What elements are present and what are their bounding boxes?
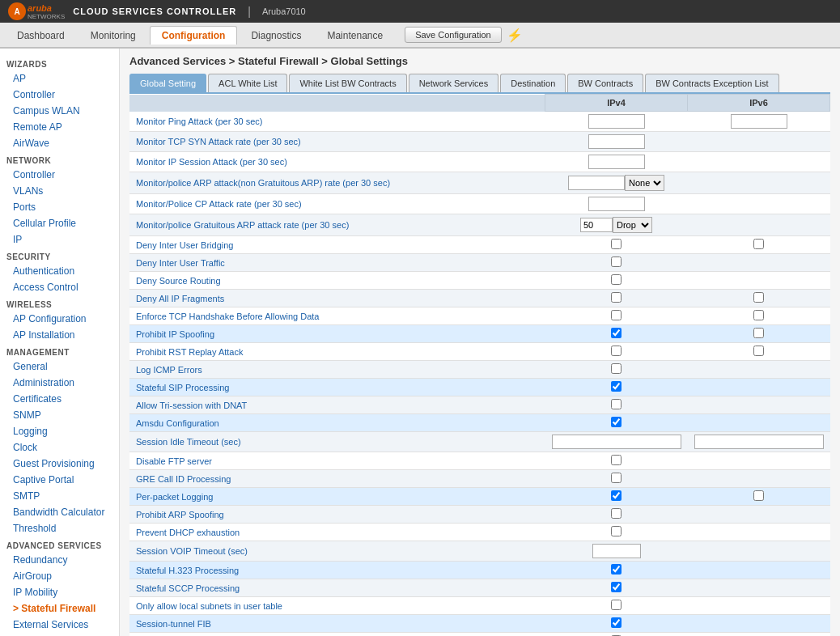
row-ipv4-value[interactable] [545,361,688,379]
sidebar-item-smtp[interactable]: SMTP [0,488,119,504]
row-ipv4-value[interactable] [545,307,688,325]
ipv6-checkbox[interactable] [753,310,764,320]
ipv4-checkbox[interactable] [611,473,622,483]
ipv4-checkbox[interactable] [611,381,622,392]
sidebar-item-network-controller[interactable]: Controller [0,167,119,183]
ipv4-checkbox[interactable] [611,617,622,628]
sidebar-item-redundancy[interactable]: Redundancy [0,552,119,568]
row-ipv4-value[interactable] [545,236,688,254]
row-ipv6-value[interactable] [688,579,830,597]
row-ipv4-value[interactable]: DropLogNone [545,214,688,236]
sidebar-item-ap-configuration[interactable]: AP Configuration [0,311,119,327]
sidebar-item-general[interactable]: General [0,358,119,375]
row-ipv6-value[interactable] [688,470,830,488]
row-ipv6-value[interactable] [688,194,830,214]
row-ipv4-value[interactable] [545,290,688,307]
tab-configuration[interactable]: Configuration [150,26,238,45]
ipv4-checkbox[interactable] [611,455,622,465]
tab-monitoring[interactable]: Monitoring [78,26,148,45]
row-ipv4-value[interactable] [545,524,688,541]
row-ipv6-value[interactable] [688,414,830,432]
ipv4-checkbox[interactable] [611,328,622,338]
ipv4-checkbox[interactable] [611,274,622,285]
ipv4-input[interactable] [588,155,645,169]
row-ipv6-value[interactable] [688,325,830,343]
row-ipv4-value[interactable] [545,152,688,172]
row-ipv6-value[interactable] [688,562,830,579]
ipv6-input[interactable] [731,114,787,129]
save-configuration-button[interactable]: Save Configuration [405,27,502,43]
ipv6-checkbox[interactable] [753,239,764,249]
sidebar-item-ip[interactable]: IP [0,231,119,248]
row-ipv4-value[interactable] [545,541,688,562]
row-ipv4-value[interactable] [545,254,688,272]
sidebar-item-ap-installation[interactable]: AP Installation [0,327,119,343]
ipv4-checkbox[interactable] [611,600,622,610]
row-ipv4-value[interactable] [545,396,688,414]
row-ipv6-value[interactable] [688,214,830,236]
row-ipv4-value[interactable] [545,325,688,343]
row-ipv4-value[interactable] [545,414,688,432]
sidebar-item-ap[interactable]: AP [0,70,119,87]
session-timeout-ipv6-input[interactable] [694,435,824,449]
row-ipv6-value[interactable] [688,361,830,379]
row-ipv6-value[interactable] [688,452,830,470]
tab-maintenance[interactable]: Maintenance [315,26,395,45]
sidebar-item-clock[interactable]: Clock [0,439,119,456]
ipv4-input[interactable] [588,134,645,149]
tab-bw-contracts-exception-list[interactable]: BW Contracts Exception List [645,74,778,92]
tab-network-services[interactable]: Network Services [409,74,499,92]
ipv4-input[interactable] [588,197,645,211]
row-ipv6-value[interactable] [688,343,830,361]
tab-white-list-bw-contracts[interactable]: White List BW Contracts [289,74,406,92]
row-ipv4-value[interactable] [545,597,688,615]
ipv4-checkbox[interactable] [611,564,622,575]
row-ipv6-value[interactable] [688,290,830,307]
ipv4-input[interactable] [568,176,625,190]
sidebar-item-vpn-services[interactable]: VPN Services [0,633,119,636]
row-ipv6-value[interactable] [688,432,830,452]
row-ipv4-value[interactable] [545,579,688,597]
row-ipv6-value[interactable] [688,307,830,325]
row-ipv4-value[interactable] [545,633,688,637]
action-select[interactable]: NoneDropLog [625,175,664,191]
ipv4-checkbox[interactable] [611,490,622,501]
row-ipv6-value[interactable] [688,254,830,272]
sidebar-item-remote-ap[interactable]: Remote AP [0,119,119,135]
row-ipv6-value[interactable] [688,152,830,172]
sidebar-item-access-control[interactable]: Access Control [0,279,119,295]
row-ipv4-value[interactable] [545,506,688,524]
tab-dashboard[interactable]: Dashboard [5,26,77,45]
ipv4-checkbox[interactable] [611,310,622,320]
voip-timeout-input[interactable] [592,544,641,558]
action-select[interactable]: DropLogNone [613,217,652,233]
ipv4-checkbox[interactable] [611,346,622,356]
ipv4-checkbox[interactable] [611,508,622,519]
row-ipv4-value[interactable]: NoneDropLog [545,172,688,194]
row-ipv4-value[interactable] [545,562,688,579]
sidebar-item-administration[interactable]: Administration [0,375,119,391]
sidebar-item-logging[interactable]: Logging [0,423,119,439]
row-ipv4-value[interactable] [545,112,688,132]
ipv6-checkbox[interactable] [753,490,764,501]
ipv4-input[interactable] [588,114,645,129]
ipv4-checkbox[interactable] [611,257,622,267]
sidebar-item-snmp[interactable]: SNMP [0,407,119,423]
sidebar-item-threshold[interactable]: Threshold [0,520,119,536]
row-ipv6-value[interactable] [688,615,830,633]
sidebar-item-vlans[interactable]: VLANs [0,183,119,199]
ipv4-checkbox[interactable] [611,239,622,249]
row-ipv6-value[interactable] [688,506,830,524]
row-ipv4-value[interactable] [545,343,688,361]
row-ipv4-value[interactable] [545,194,688,214]
row-ipv4-value[interactable] [545,615,688,633]
sidebar-item-external-services[interactable]: External Services [0,617,119,633]
session-timeout-ipv4-input[interactable] [552,435,681,449]
ipv4-checkbox[interactable] [611,399,622,409]
ipv4-input[interactable] [580,218,613,232]
ipv4-checkbox[interactable] [611,526,622,536]
tab-acl-white-list[interactable]: ACL White List [208,74,287,92]
sidebar-item-bandwidth-calculator[interactable]: Bandwidth Calculator [0,504,119,520]
row-ipv4-value[interactable] [545,379,688,396]
sidebar-item-airwave[interactable]: AirWave [0,135,119,151]
